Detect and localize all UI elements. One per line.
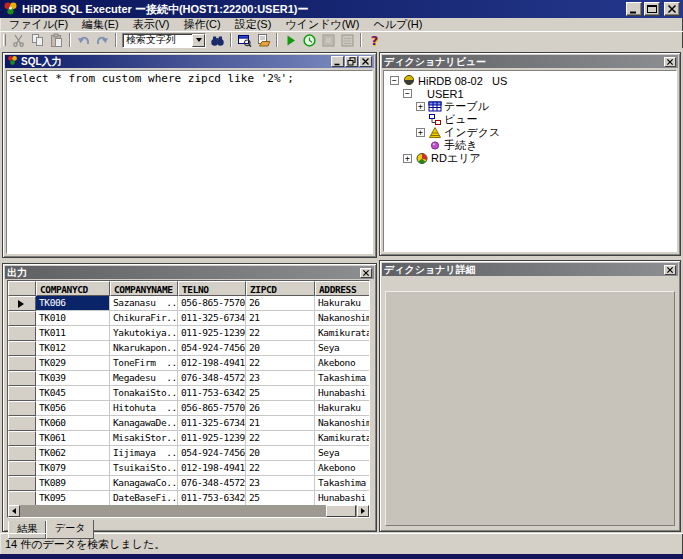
schedule-button[interactable] [300, 32, 319, 48]
row-selector[interactable] [8, 371, 36, 386]
cell-COMPANYCD[interactable]: TK010 [36, 311, 110, 326]
menu-ヘルプ(H)[interactable]: ヘルプ(H) [366, 18, 429, 31]
cell-TELNO[interactable]: 012-198-4941 [178, 356, 246, 371]
cell-ADDRESS[interactable]: Seya [315, 341, 370, 356]
disabled-1-button[interactable] [319, 32, 338, 48]
menu-設定(S)[interactable]: 設定(S) [228, 18, 279, 31]
tree-item[interactable]: +テーブル [384, 100, 676, 113]
cell-TELNO[interactable]: 054-924-7456 [178, 446, 246, 461]
cell-TELNO[interactable]: 076-348-4572 [178, 371, 246, 386]
scroll-right-button[interactable] [357, 505, 369, 517]
sql-window-button[interactable] [235, 32, 254, 48]
tree-item[interactable]: +インデクス [384, 126, 676, 139]
column-header-COMPANYNAME[interactable]: COMPANYNAME [110, 281, 178, 296]
row-selector-current[interactable] [8, 296, 36, 311]
cell-ZIPCD[interactable]: 23 [246, 371, 315, 386]
cell-TELNO[interactable]: 011-753-6342 [178, 386, 246, 401]
cell-COMPANYNAME[interactable]: Yakutokiya... [110, 326, 178, 341]
row-selector[interactable] [8, 401, 36, 416]
horizontal-scrollbar[interactable] [8, 505, 369, 517]
search-combobox[interactable]: 検索文字列 [122, 33, 206, 48]
column-header-ADDRESS[interactable]: ADDRESS [315, 281, 370, 296]
redo-button[interactable] [93, 32, 112, 48]
tree-item[interactable]: ビュー [384, 113, 676, 126]
cell-COMPANYNAME[interactable]: TonakaiSto... [110, 386, 178, 401]
tree-item[interactable]: −HiRDB 08-02 US [384, 74, 676, 87]
column-header-TELNO[interactable]: TELNO [178, 281, 246, 296]
child-minimize-button[interactable] [331, 56, 344, 67]
cell-ADDRESS[interactable]: Akebono [315, 356, 370, 371]
cell-COMPANYNAME[interactable]: MisakiStor... [110, 431, 178, 446]
find-button[interactable] [208, 32, 227, 48]
scroll-left-button[interactable] [8, 505, 20, 517]
row-selector[interactable] [8, 326, 36, 341]
cell-ADDRESS[interactable]: Takashima [315, 476, 370, 491]
open-file-button[interactable] [254, 32, 273, 48]
tree-item[interactable]: +RDエリア [384, 152, 676, 165]
cell-ADDRESS[interactable]: Seya [315, 446, 370, 461]
cell-ADDRESS[interactable]: Hakuraku [315, 296, 370, 311]
row-selector[interactable] [8, 386, 36, 401]
cell-COMPANYNAME[interactable]: Iijimaya ... [110, 446, 178, 461]
cell-ADDRESS[interactable]: Nakanoshim [315, 311, 370, 326]
cell-TELNO[interactable]: 011-753-6342 [178, 491, 246, 506]
menu-ファイル(F)[interactable]: ファイル(F) [2, 18, 75, 31]
row-selector[interactable] [8, 311, 36, 326]
row-selector[interactable] [8, 416, 36, 431]
menu-表示(V)[interactable]: 表示(V) [126, 18, 177, 31]
cell-COMPANYNAME[interactable]: Sazanasu ... [110, 296, 178, 311]
tree-item[interactable]: −USER1 [384, 87, 676, 100]
cell-ADDRESS[interactable]: Hakuraku [315, 401, 370, 416]
cell-ZIPCD[interactable]: 21 [246, 311, 315, 326]
cell-ZIPCD[interactable]: 26 [246, 296, 315, 311]
menu-操作(C)[interactable]: 操作(C) [176, 18, 227, 31]
cell-ZIPCD[interactable]: 21 [246, 416, 315, 431]
combobox-dropdown-icon[interactable] [192, 34, 205, 47]
tree-item[interactable]: 手続き [384, 139, 676, 152]
copy-button[interactable] [28, 32, 47, 48]
execute-button[interactable] [281, 32, 300, 48]
maximize-button[interactable] [644, 2, 660, 16]
dictionary-view-close-button[interactable] [664, 57, 676, 67]
cell-ZIPCD[interactable]: 22 [246, 431, 315, 446]
child-restore-button[interactable] [345, 56, 358, 67]
cell-TELNO[interactable]: 076-348-4572 [178, 476, 246, 491]
sql-editor[interactable]: select * from custom where zipcd like '2… [6, 70, 373, 254]
cell-COMPANYNAME[interactable]: Hitohuta ... [110, 401, 178, 416]
cell-ZIPCD[interactable]: 22 [246, 356, 315, 371]
cell-COMPANYCD[interactable]: TK089 [36, 476, 110, 491]
cell-COMPANYCD[interactable]: TK060 [36, 416, 110, 431]
cut-button[interactable] [9, 32, 28, 48]
cell-COMPANYCD[interactable]: TK079 [36, 461, 110, 476]
cell-COMPANYNAME[interactable]: KanagawaDe... [110, 416, 178, 431]
cell-COMPANYCD[interactable]: TK061 [36, 431, 110, 446]
cell-COMPANYNAME[interactable]: ToneFirm ... [110, 356, 178, 371]
child-close-button[interactable] [359, 56, 372, 67]
cell-TELNO[interactable]: 011-925-1239 [178, 326, 246, 341]
cell-ZIPCD[interactable]: 20 [246, 341, 315, 356]
cell-ZIPCD[interactable]: 22 [246, 461, 315, 476]
output-close-button[interactable] [360, 268, 372, 278]
close-button[interactable] [664, 2, 680, 16]
row-selector[interactable] [8, 446, 36, 461]
expand-toggle-icon[interactable]: + [416, 102, 425, 111]
paste-button[interactable] [47, 32, 66, 48]
cell-ADDRESS[interactable]: Nakanoshim [315, 416, 370, 431]
row-selector[interactable] [8, 491, 36, 506]
cell-COMPANYCD[interactable]: TK006 [36, 296, 110, 311]
disabled-2-button[interactable] [338, 32, 357, 48]
cell-COMPANYNAME[interactable]: TsuikaiSto... [110, 461, 178, 476]
cell-COMPANYNAME[interactable]: KanagawaCo... [110, 476, 178, 491]
row-selector[interactable] [8, 356, 36, 371]
cell-COMPANYCD[interactable]: TK062 [36, 446, 110, 461]
column-header-COMPANYCD[interactable]: COMPANYCD [36, 281, 110, 296]
cell-TELNO[interactable]: 056-865-7570 [178, 401, 246, 416]
tab-データ[interactable]: データ [46, 520, 94, 539]
cell-TELNO[interactable]: 056-865-7570 [178, 296, 246, 311]
cell-TELNO[interactable]: 011-325-6734 [178, 416, 246, 431]
row-selector[interactable] [8, 461, 36, 476]
toolbar-grip[interactable] [3, 34, 6, 46]
collapse-toggle-icon[interactable]: − [403, 89, 412, 98]
cell-ZIPCD[interactable]: 25 [246, 386, 315, 401]
menu-編集(E)[interactable]: 編集(E) [75, 18, 126, 31]
